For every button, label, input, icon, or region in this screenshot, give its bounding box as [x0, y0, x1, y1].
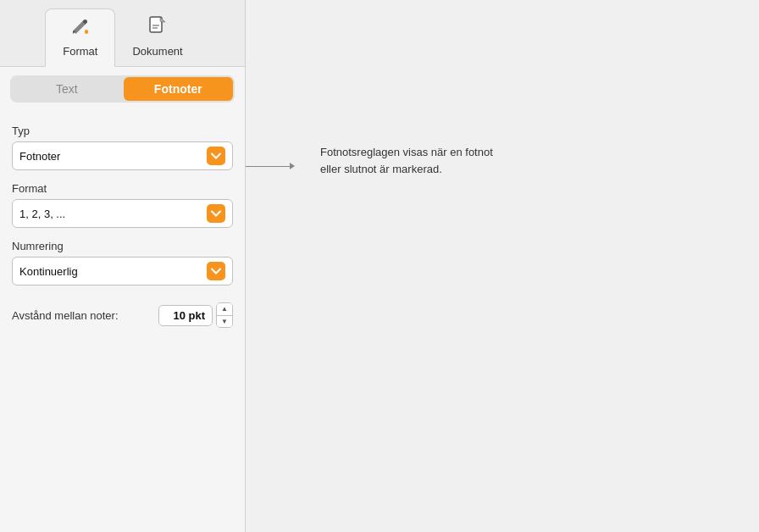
toolbar: Format Dokument: [0, 0, 245, 67]
stepper-down[interactable]: ▼: [217, 316, 232, 328]
format-icon: [70, 16, 91, 42]
typ-arrow: [207, 147, 225, 165]
numrering-select[interactable]: Kontinuerlig: [12, 257, 233, 285]
format-arrow: [207, 204, 225, 223]
dokument-icon: [148, 16, 167, 42]
stepper-up[interactable]: ▲: [217, 303, 232, 316]
tab-dokument[interactable]: Dokument: [115, 9, 199, 66]
segment-control: Text Fotnoter: [10, 75, 235, 103]
segment-text[interactable]: Text: [12, 77, 122, 101]
annotation-text: Fotnotsreglagen visas när en fotnot elle…: [307, 144, 493, 177]
typ-field-group: Typ Fotnoter: [12, 125, 233, 170]
spacing-row: Avstånd mellan noter: ▲ ▼: [12, 302, 233, 328]
tab-format-label: Format: [63, 45, 97, 58]
svg-rect-0: [85, 30, 88, 34]
typ-label: Typ: [12, 125, 233, 137]
annotation-area: Fotnotsreglagen visas när en fotnot elle…: [246, 0, 759, 532]
numrering-field-group: Numrering Kontinuerlig: [12, 240, 233, 285]
spacing-input[interactable]: [158, 305, 213, 326]
side-panel: Format Dokument Text Fotnoter: [0, 0, 246, 532]
tab-dokument-label: Dokument: [132, 45, 182, 58]
spacing-stepper: ▲ ▼: [216, 302, 233, 328]
numrering-arrow: [207, 262, 225, 280]
format-value: 1, 2, 3, ...: [19, 208, 207, 220]
spacing-label: Avstånd mellan noter:: [12, 309, 119, 322]
segment-fotnoter[interactable]: Fotnoter: [124, 77, 234, 101]
numrering-value: Kontinuerlig: [19, 265, 207, 278]
spacing-input-group: ▲ ▼: [158, 302, 233, 328]
tab-format[interactable]: Format: [45, 8, 115, 67]
format-select[interactable]: 1, 2, 3, ...: [12, 199, 233, 228]
format-label: Format: [12, 182, 233, 195]
numrering-label: Numrering: [12, 240, 233, 252]
typ-value: Fotnoter: [19, 150, 207, 163]
typ-select[interactable]: Fotnoter: [12, 141, 233, 170]
format-field-group: Format 1, 2, 3, ...: [12, 182, 233, 228]
panel-content: Typ Fotnoter Format 1, 2, 3, ...: [0, 111, 245, 341]
